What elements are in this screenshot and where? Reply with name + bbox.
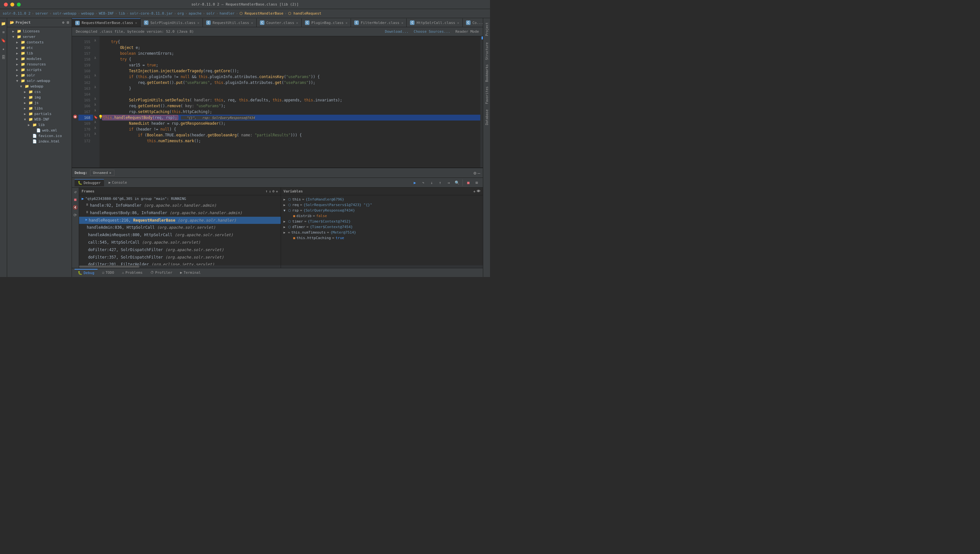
evaluate-button[interactable]: 🔍 <box>453 179 461 186</box>
settings-icon[interactable]: ⚙ <box>473 170 476 175</box>
step-over-icon[interactable]: ⟳ <box>72 212 78 218</box>
tree-item-img[interactable]: ▶ 📁 img <box>7 95 72 100</box>
tab-close-icon[interactable]: ✕ <box>251 21 253 25</box>
tab-close-icon[interactable]: ✕ <box>198 21 199 25</box>
close-session-icon[interactable]: ✕ <box>109 171 112 175</box>
frame-item-2[interactable]: ⏸ handleRequestBody:86, InfoHandler (org… <box>79 209 280 217</box>
tab-filterholder[interactable]: C FilterHolder.class ✕ <box>351 19 407 27</box>
right-tab-favorites[interactable]: Favorites <box>484 86 489 105</box>
breadcrumb-item[interactable]: lib <box>119 11 125 16</box>
frame-item-3[interactable]: ▶ handleRequest:216, RequestHandlerBase … <box>79 217 280 224</box>
tab-pluginbag[interactable]: C PluginBag.class ✕ <box>302 19 351 27</box>
editor-scrollbar[interactable] <box>480 36 483 167</box>
tree-item-webxml[interactable]: 📄 web.xml <box>7 127 72 133</box>
tree-item-lib2[interactable]: ▶ 📁 lib <box>7 122 72 127</box>
expand-frames-icon[interactable]: ↑ <box>265 189 268 193</box>
var-rsp[interactable]: ▼ ⬡ rsp = {SolrQueryResponse@7434} <box>281 208 483 213</box>
minimize-panel-icon[interactable]: — <box>478 170 480 175</box>
right-tab-structure[interactable]: Structure <box>484 41 489 61</box>
add-var-icon[interactable]: + <box>473 189 475 193</box>
frame-item-9[interactable]: doFilter:201, FilterHolder (org.eclipse.… <box>79 261 280 265</box>
tab-debug[interactable]: 🐛 Debug <box>75 269 97 276</box>
tree-item-modules[interactable]: ▶ 📁 modules <box>7 56 72 62</box>
frame-item-5[interactable]: handleAdminRequest:800, HttpSolrCall (or… <box>79 231 280 239</box>
tree-item-server[interactable]: ▼ 📁 server <box>7 34 72 40</box>
stop-button[interactable]: ■ <box>465 179 472 186</box>
filter-frames-icon[interactable]: ⊘ <box>272 189 275 193</box>
breadcrumb-item[interactable]: webapp <box>81 11 94 16</box>
tree-item-etc[interactable]: ▶ 📁 etc <box>7 45 72 51</box>
step-over-button[interactable]: ↷ <box>420 179 427 186</box>
debug-session-button[interactable]: Unnamed ✕ <box>90 170 115 176</box>
var-this[interactable]: ▶ ⬡ this = {InfoHandler@6796} <box>281 197 483 202</box>
code-content[interactable]: try { Object e; boolean incrementErrors;… <box>99 36 480 167</box>
restart-icon[interactable]: ↺ <box>72 189 78 195</box>
breadcrumb-item[interactable]: server <box>35 11 48 16</box>
favorites-icon[interactable]: ★ <box>1 46 6 52</box>
tab-core[interactable]: C Co... ✕ <box>463 19 483 27</box>
tab-todo[interactable]: ☑ TODO <box>99 269 117 276</box>
breadcrumb-item[interactable]: org <box>178 11 184 16</box>
step-out-button[interactable]: ↑ <box>437 179 444 186</box>
breadcrumb-item[interactable]: WEB-INF <box>99 11 114 16</box>
bookmark-icon[interactable]: 🔖 <box>1 38 6 43</box>
structure-icon[interactable]: ≡ <box>1 29 6 35</box>
toggle-view-icon[interactable]: 👁 <box>477 189 480 193</box>
minimize-button[interactable] <box>10 3 14 6</box>
close-button[interactable] <box>4 3 8 6</box>
reader-mode-button[interactable]: Reader Mode <box>455 29 479 34</box>
tree-item-resources[interactable]: ▶ 📁 resources <box>7 62 72 67</box>
step-into-button[interactable]: ↓ <box>428 179 435 186</box>
database-icon[interactable]: 🗄 <box>1 54 6 60</box>
tree-item-libs[interactable]: ▶ 📁 libs <box>7 106 72 111</box>
breadcrumb-item[interactable]: handler <box>220 11 235 16</box>
tab-close-icon[interactable]: ✕ <box>135 21 137 25</box>
tree-item-partials[interactable]: ▶ 📁 partials <box>7 111 72 117</box>
tab-requestutil[interactable]: C RequestUtil.class ✕ <box>203 19 257 27</box>
tree-item-solr-webapp[interactable]: ▼ 📁 solr-webapp <box>7 78 72 84</box>
tab-httpsolrcall[interactable]: C HttpSolrCall.class ✕ <box>407 19 462 27</box>
mute-icon[interactable]: 🔇 <box>72 204 78 210</box>
variables-scrollbar[interactable] <box>281 265 483 268</box>
tree-item-lib[interactable]: ▶ 📁 lib <box>7 51 72 56</box>
breadcrumb-item[interactable]: apache <box>189 11 202 16</box>
tree-item-licenses[interactable]: ▶ 📁 licenses <box>7 29 72 34</box>
breadcrumb-item[interactable]: solr <box>206 11 215 16</box>
choose-sources-link[interactable]: Choose Sources... <box>414 29 451 34</box>
tab-problems[interactable]: ⚠ Problems <box>119 269 146 276</box>
tree-item-css[interactable]: ▶ 📁 css <box>7 89 72 95</box>
zoom-button[interactable] <box>17 3 21 6</box>
var-httpcaching[interactable]: ■ this.httpCaching = true <box>286 235 483 241</box>
var-req[interactable]: ▶ ⬡ req = {SolrRequestParsers$1@7423} "{… <box>281 202 483 208</box>
right-tab-database[interactable]: Database <box>484 108 489 127</box>
var-dtimer[interactable]: ▶ ⬡ dTimer = {Timer$Context@7454} <box>281 224 483 230</box>
more-frames-icon[interactable]: + <box>276 189 278 193</box>
breadcrumb-item[interactable]: solr-8.11.0 2 <box>3 11 30 16</box>
tree-item-solr[interactable]: ▶ 📁 solr <box>7 73 72 78</box>
tree-item-favicon[interactable]: 📄 favicon.ico <box>7 133 72 138</box>
var-numtimeouts[interactable]: ▶ ∞ this.numTimeouts = {Meter@7514} <box>281 230 483 235</box>
project-icon[interactable]: 📁 <box>1 21 6 27</box>
tab-close-icon[interactable]: ✕ <box>346 21 347 25</box>
frame-item-4[interactable]: handleAdmin:836, HttpSolrCall (org.apach… <box>79 224 280 231</box>
run-to-cursor-button[interactable]: ⇥ <box>445 179 452 186</box>
tab-counter[interactable]: C Counter.class ✕ <box>257 19 302 27</box>
restore-layout-button[interactable]: ⊞ <box>473 179 480 186</box>
var-distrib[interactable]: ■ distrib = false <box>286 213 483 219</box>
breadcrumb-item[interactable]: solr-webapp <box>53 11 76 16</box>
sidebar-collapse-icon[interactable]: ⊟ <box>67 21 69 25</box>
tree-item-webinf[interactable]: ▼ 📁 WEB-INF <box>7 117 72 122</box>
tab-close-icon[interactable]: ✕ <box>401 21 403 25</box>
tab-profiler[interactable]: ⏱ Profiler <box>147 269 176 276</box>
tree-item-js[interactable]: ▶ 📁 js <box>7 100 72 106</box>
right-tab-bookmarks[interactable]: Bookmarks <box>484 64 489 83</box>
tab-close-icon[interactable]: ✕ <box>457 21 459 25</box>
tree-item-contexts[interactable]: ▶ 📁 contexts <box>7 40 72 45</box>
frames-scrollbar[interactable] <box>79 265 280 268</box>
stop-debug-icon[interactable]: ■ <box>72 197 78 202</box>
resume-button[interactable]: ▶ <box>411 179 418 186</box>
breadcrumb-item[interactable]: solr-core-8.11.0.jar <box>130 11 172 16</box>
frame-item-8[interactable]: doFilter:357, SolrDispatchFilter (org.ap… <box>79 254 280 261</box>
download-link[interactable]: Download... <box>385 29 409 34</box>
frame-item-7[interactable]: doFilter:427, SolrDispatchFilter (org.ap… <box>79 246 280 254</box>
